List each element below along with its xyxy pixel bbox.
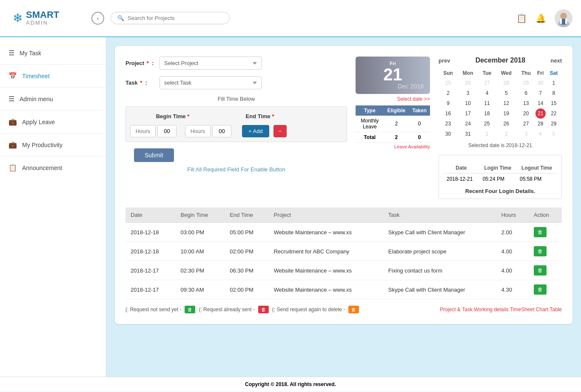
ts-action: 🗑 [529, 242, 562, 261]
calendar-day[interactable]: 1 [546, 78, 562, 88]
calendar-day[interactable]: 26 [496, 119, 517, 129]
time-header: Begin Time * End Time * [130, 111, 342, 122]
sidebar-item-timesheet[interactable]: 📅 Timesheet [0, 67, 106, 85]
calendar-day[interactable]: 6 [517, 88, 535, 98]
sidebar-item-admin-menu[interactable]: ☰ Admin menu [0, 90, 106, 108]
leave-total-row: Total 2 0 [356, 132, 430, 143]
calendar-day[interactable]: 25 [478, 119, 496, 129]
top-bar: ❄ SMART ADMIN ‹ 🔍 📋 🔔 [0, 0, 581, 37]
calendar-day[interactable]: 12 [496, 98, 517, 108]
project-label: Project * : [125, 60, 159, 66]
chart-link[interactable]: Project & Task Working details TimeSheet… [440, 307, 562, 312]
select-date-link[interactable]: Select date >> [356, 96, 430, 102]
bell-icon[interactable]: 🔔 [535, 13, 546, 23]
calendar-next-button[interactable]: next [550, 57, 562, 64]
ts-begin: 09:30 AM [176, 280, 225, 299]
ts-begin: 02:30 PM [176, 261, 225, 280]
task-select[interactable]: select Task [159, 76, 262, 89]
calendar-day[interactable]: 29 [517, 78, 535, 88]
calendar-day[interactable]: 26 [458, 78, 478, 88]
ts-project: Website Maintenance – www.xs [269, 261, 383, 280]
calendar-day[interactable]: 4 [535, 129, 546, 139]
selected-date-text: Selected date is 2018-12-21 [439, 142, 562, 148]
sidebar-item-my-productivity[interactable]: 💼 My Productivity [0, 136, 106, 154]
date-box: Fri 21 Dec 2018 [356, 57, 430, 94]
calendar-day[interactable]: 20 [517, 108, 535, 119]
project-select[interactable]: Select Project [159, 57, 262, 70]
back-button[interactable]: ‹ [91, 12, 104, 25]
ts-task-header: Task [383, 207, 496, 223]
calendar-day[interactable]: 10 [458, 98, 478, 108]
search-input[interactable] [128, 15, 223, 21]
logout-time-header: Logout Time [516, 163, 557, 173]
begin-hours-input[interactable] [130, 125, 156, 137]
calendar-day[interactable]: 18 [478, 108, 496, 119]
calendar-day[interactable]: 5 [546, 129, 562, 139]
calendar-day[interactable]: 15 [546, 98, 562, 108]
logo-snowflake-icon: ❄ [13, 11, 23, 25]
calendar-day[interactable]: 1 [478, 129, 496, 139]
calendar-day[interactable]: 13 [517, 98, 535, 108]
calendar-day[interactable]: 3 [458, 88, 478, 98]
delete-entry-button[interactable]: 🗑 [534, 265, 547, 276]
avatar[interactable] [555, 9, 572, 27]
calendar-day[interactable]: 23 [439, 119, 458, 129]
delete-entry-button[interactable]: 🗑 [534, 227, 547, 237]
begin-time-inputs [130, 125, 177, 137]
calendar-day[interactable]: 28 [535, 119, 546, 129]
ts-action: 🗑 [529, 280, 562, 299]
my-task-icon: ☰ [9, 49, 14, 57]
sidebar-item-apply-leave[interactable]: 💼 Apply Leave [0, 113, 106, 131]
calendar-day[interactable]: 25 [439, 78, 458, 88]
leave-type-header: Type [356, 105, 384, 116]
calendar-day[interactable]: 2 [496, 129, 517, 139]
calendar-day[interactable]: 31 [458, 129, 478, 139]
submit-button[interactable]: Submit [134, 148, 174, 162]
time-table-wrapper: Begin Time * End Time * [125, 106, 347, 142]
calendar-day[interactable]: 27 [517, 119, 535, 129]
calendar-day[interactable]: 5 [496, 88, 517, 98]
already-sent-label: (: Request already sent - [199, 307, 254, 312]
calendar-day[interactable]: 3 [517, 129, 535, 139]
leave-total-taken: 0 [409, 132, 430, 143]
search-box[interactable]: 🔍 [111, 12, 230, 24]
calendar-day[interactable]: 28 [496, 78, 517, 88]
add-button[interactable]: + Add [242, 125, 269, 137]
calendar-day[interactable]: 4 [478, 88, 496, 98]
leave-availability-link[interactable]: Leave Availability [356, 144, 430, 149]
begin-minutes-input[interactable] [157, 125, 177, 137]
ts-hours: 4.30 [496, 280, 529, 299]
calendar-day[interactable]: 16 [439, 108, 458, 119]
calendar-day[interactable]: 14 [535, 98, 546, 108]
calendar-prev-button[interactable]: prev [439, 57, 450, 64]
calendar-day[interactable]: 17 [458, 108, 478, 119]
ts-task: Skype Call with Client Manager [383, 280, 496, 299]
delete-entry-button[interactable]: 🗑 [534, 246, 547, 256]
calendar-day[interactable]: 8 [546, 88, 562, 98]
calendar-day[interactable]: 19 [496, 108, 517, 119]
ts-hours: 4.00 [496, 242, 529, 261]
calendar-day[interactable]: 30 [535, 78, 546, 88]
calendar-day[interactable]: 27 [478, 78, 496, 88]
logout-time: 05:58 PM [516, 173, 557, 185]
calendar-day[interactable]: 21 [535, 108, 546, 119]
delete-row-button[interactable]: − [273, 125, 287, 137]
sidebar-item-announcement[interactable]: 📋 Announcement [0, 159, 106, 177]
ts-hours-header: Hours [496, 207, 529, 223]
delete-entry-button[interactable]: 🗑 [534, 284, 547, 295]
task-label: Task * : [125, 80, 159, 86]
sidebar-item-my-task[interactable]: ☰ My Task [0, 44, 106, 62]
calendar-day[interactable]: 2 [439, 88, 458, 98]
logo-admin: ADMIN [26, 20, 59, 26]
calendar-day[interactable]: 22 [546, 108, 562, 119]
end-minutes-input[interactable] [212, 125, 231, 137]
calendar-day[interactable]: 11 [478, 98, 496, 108]
clipboard-icon[interactable]: 📋 [516, 13, 527, 23]
calendar-day[interactable]: 9 [439, 98, 458, 108]
calendar-day[interactable]: 7 [535, 88, 546, 98]
calendar-day[interactable]: 30 [439, 129, 458, 139]
end-hours-input[interactable] [185, 125, 211, 137]
cal-day-tue: Tue [478, 68, 496, 78]
calendar-day[interactable]: 24 [458, 119, 478, 129]
calendar-day[interactable]: 29 [546, 119, 562, 129]
